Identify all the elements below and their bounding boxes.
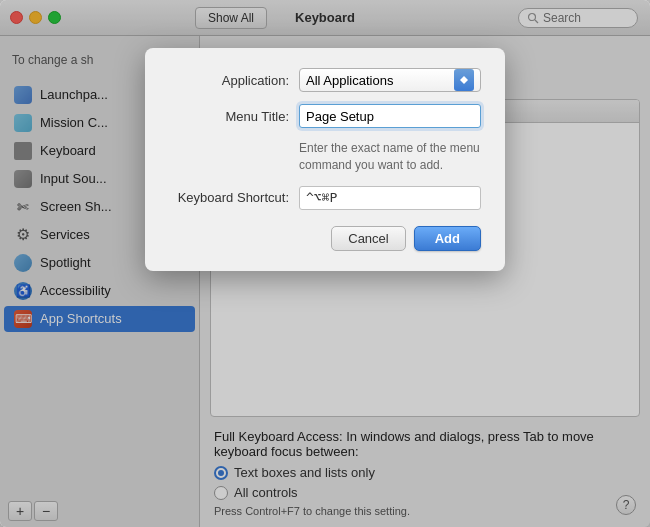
menu-hint-text: Enter the exact name of the menu command… (299, 140, 481, 174)
application-label: Application: (169, 73, 289, 88)
keyboard-shortcut-display[interactable]: ^⌥⌘P (299, 186, 481, 210)
application-row: Application: All Applications (169, 68, 481, 92)
add-shortcut-modal: Application: All Applications Menu Title… (145, 48, 505, 271)
application-select[interactable]: All Applications (299, 68, 481, 92)
menu-title-input[interactable] (299, 104, 481, 128)
application-value: All Applications (306, 73, 393, 88)
cancel-button[interactable]: Cancel (331, 226, 405, 251)
add-button[interactable]: Add (414, 226, 481, 251)
modal-overlay: Application: All Applications Menu Title… (0, 0, 650, 527)
main-window: Show All Keyboard To change a sh Launchp… (0, 0, 650, 527)
modal-buttons: Cancel Add (169, 226, 481, 251)
keyboard-shortcut-row: Keyboard Shortcut: ^⌥⌘P (169, 186, 481, 210)
menu-title-label: Menu Title: (169, 109, 289, 124)
select-arrow-icon (454, 69, 474, 91)
menu-title-row: Menu Title: (169, 104, 481, 128)
keyboard-shortcut-label: Keyboard Shortcut: (169, 190, 289, 205)
